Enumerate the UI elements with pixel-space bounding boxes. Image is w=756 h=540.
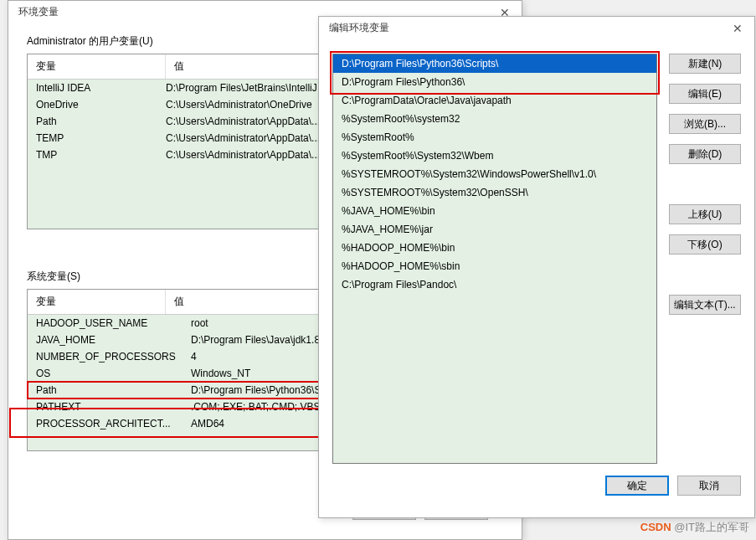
new-button[interactable]: 新建(N) [669, 54, 741, 74]
edit-text-button[interactable]: 编辑文本(T)... [669, 295, 741, 315]
var-name: Path [28, 116, 166, 127]
move-up-button[interactable]: 上移(U) [669, 204, 741, 224]
var-name: TEMP [28, 132, 166, 144]
cancel-button[interactable]: 取消 [677, 476, 741, 496]
var-name: HADOOP_USER_NAME [28, 317, 191, 329]
var-name: TMP [28, 149, 166, 161]
var-name: NUMBER_OF_PROCESSORS [28, 351, 191, 363]
edit-button[interactable]: 编辑(E) [669, 84, 741, 104]
var-name: Path [28, 384, 191, 396]
var-name: JAVA_HOME [28, 334, 191, 346]
var-name: OneDrive [28, 99, 166, 111]
list-item[interactable]: %SystemRoot%\System32\Wbem [333, 147, 656, 165]
col-var[interactable]: 变量 [28, 290, 166, 314]
dialog2-side-buttons: 新建(N) 编辑(E) 浏览(B)... 删除(D) 上移(U) 下移(O) 编… [669, 54, 741, 464]
close-icon[interactable]: ✕ [728, 22, 748, 35]
list-item[interactable]: C:\Program Files\Pandoc\ [333, 275, 656, 294]
dialog2-body: D:\Program Files\Python36\Scripts\D:\Pro… [319, 39, 754, 476]
list-item[interactable]: D:\Program Files\Python36\ [333, 73, 656, 91]
watermark-author: @IT路上的军哥 [674, 521, 749, 533]
list-item[interactable]: %JAVA_HOME%\jar [333, 220, 656, 239]
list-item[interactable]: %SystemRoot% [333, 128, 656, 147]
move-down-button[interactable]: 下移(O) [669, 234, 741, 255]
dialog2-title: 编辑环境变量 [329, 21, 389, 35]
var-name: OS [28, 368, 191, 379]
ok-button[interactable]: 确定 [605, 476, 669, 496]
watermark: CSDN @IT路上的军哥 [640, 520, 749, 535]
delete-button[interactable]: 删除(D) [669, 144, 741, 164]
dialog1-title: 环境变量 [18, 5, 59, 19]
list-item[interactable]: C:\ProgramData\Oracle\Java\javapath [333, 91, 656, 110]
col-var[interactable]: 变量 [28, 54, 166, 79]
var-name: IntelliJ IDEA [28, 82, 166, 94]
list-item[interactable]: %SYSTEMROOT%\System32\WindowsPowerShell\… [333, 165, 656, 183]
list-item[interactable]: %SYSTEMROOT%\System32\OpenSSH\ [333, 183, 656, 202]
list-item[interactable]: %HADOOP_HOME%\sbin [333, 257, 656, 275]
list-item[interactable]: D:\Program Files\Python36\Scripts\ [333, 54, 656, 73]
edit-env-var-dialog: 编辑环境变量 ✕ D:\Program Files\Python36\Scrip… [318, 16, 755, 518]
dialog2-footer: 确定 取消 [319, 476, 754, 507]
list-item[interactable]: %JAVA_HOME%\bin [333, 202, 656, 220]
dialog2-titlebar: 编辑环境变量 ✕ [319, 17, 754, 39]
path-list[interactable]: D:\Program Files\Python36\Scripts\D:\Pro… [332, 54, 657, 464]
var-name: PROCESSOR_ARCHITECT... [28, 418, 191, 429]
list-item[interactable]: %SystemRoot%\system32 [333, 110, 656, 128]
list-item[interactable]: %HADOOP_HOME%\bin [333, 239, 656, 257]
var-name: PATHEXT [28, 401, 191, 413]
browse-button[interactable]: 浏览(B)... [669, 114, 741, 134]
csdn-logo: CSDN [640, 521, 671, 533]
